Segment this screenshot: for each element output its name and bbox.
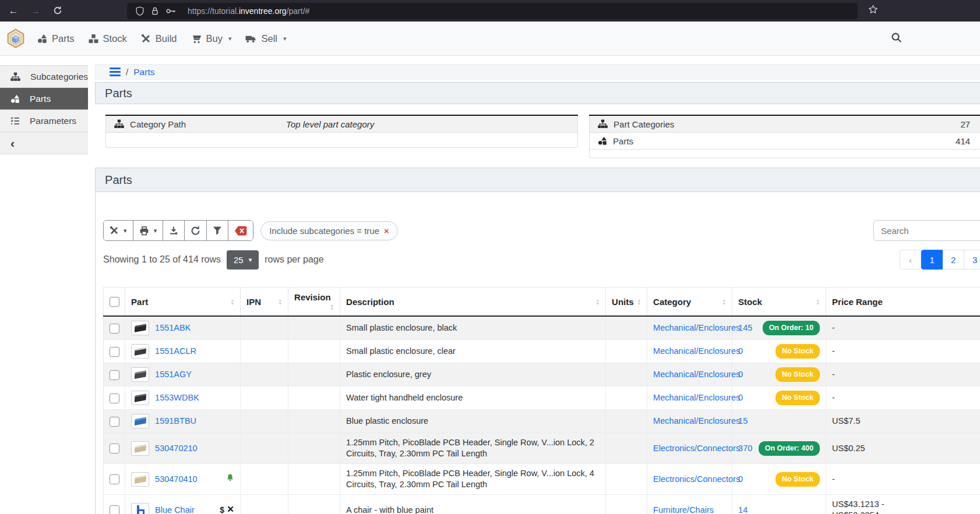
stock-link[interactable]: 370	[738, 443, 752, 454]
category-link[interactable]: Electronics/Connectors	[653, 474, 740, 484]
stock-link[interactable]: 0	[738, 474, 743, 485]
stock-link[interactable]: 15	[738, 416, 748, 427]
category-link[interactable]: Mechanical/Enclosures	[653, 416, 740, 426]
part-thumbnail-shape	[134, 394, 146, 402]
sidebar-item-label: Subcategories	[30, 72, 88, 82]
nav-item-buy[interactable]: Buy ▾	[191, 33, 232, 44]
column-header-price-range[interactable]: Price Range	[826, 288, 980, 317]
column-header-revision[interactable]: Revision	[288, 288, 340, 317]
clear-filters-button[interactable]	[228, 221, 253, 240]
units-cell	[606, 387, 647, 410]
row-checkbox[interactable]	[110, 444, 119, 453]
column-header-units[interactable]: Units	[606, 288, 647, 317]
filter-button[interactable]	[207, 221, 228, 240]
stock-link[interactable]: 145	[738, 322, 752, 334]
key-icon	[165, 6, 177, 16]
stock-link[interactable]: 0	[738, 346, 743, 357]
browser-toolbar: ← → https://tutorial.inventree.org/part/…	[0, 0, 980, 22]
row-checkbox[interactable]	[110, 474, 119, 484]
table-header-row: Part IPN Revision Description Units Cate…	[104, 288, 980, 317]
sidebar-item-label: Parts	[30, 94, 51, 104]
part-link[interactable]: 1551ACLR	[155, 346, 196, 357]
sidebar-item-subcategories[interactable]: Subcategories	[0, 66, 88, 88]
url-text: https://tutorial.inventree.org/part/#	[188, 6, 309, 16]
stock-link[interactable]: 14	[738, 505, 748, 514]
shopping-cart-icon	[191, 34, 202, 44]
column-header-category[interactable]: Category	[647, 288, 732, 317]
row-checkbox[interactable]	[110, 324, 119, 334]
stock-link[interactable]: 0	[738, 392, 743, 403]
column-header-part[interactable]: Part	[125, 288, 241, 317]
part-link[interactable]: 1591BTBU	[155, 416, 196, 427]
description-cell: Plastic enclosure, grey	[340, 363, 606, 387]
pagination-prev-button[interactable]: ‹	[900, 250, 921, 270]
row-checkbox[interactable]	[110, 370, 119, 380]
forward-icon[interactable]: →	[30, 6, 41, 16]
page-size-dropdown[interactable]: 25 ▾	[227, 250, 259, 270]
pagination-page-button[interactable]: 2	[943, 250, 964, 270]
part-link[interactable]: 1553WDBK	[155, 392, 199, 403]
stock-link[interactable]: 0	[738, 369, 743, 380]
filter-chip[interactable]: Include subcategories = true ×	[260, 221, 398, 240]
price-range-value: -	[832, 392, 835, 403]
part-link[interactable]: 530470410	[155, 474, 198, 485]
stock-badge: No Stock	[775, 344, 820, 359]
pagination-page-button[interactable]: 1	[921, 250, 943, 270]
part-thumbnail	[131, 391, 149, 405]
refresh-button[interactable]	[185, 221, 207, 240]
refresh-page-icon[interactable]	[52, 6, 63, 16]
column-header-description[interactable]: Description	[340, 288, 606, 317]
parts-table: Part IPN Revision Description Units Cate…	[103, 287, 980, 514]
row-checkbox[interactable]	[110, 505, 119, 514]
row-checkbox[interactable]	[110, 417, 119, 427]
download-button[interactable]	[163, 221, 185, 240]
search-input[interactable]	[873, 220, 980, 241]
part-link[interactable]: 530470210	[155, 443, 198, 454]
remove-chip-icon[interactable]: ×	[384, 226, 389, 236]
back-icon[interactable]: ←	[8, 6, 19, 16]
sidebar-item-parameters[interactable]: Parameters	[0, 110, 88, 132]
category-link[interactable]: Mechanical/Enclosures	[653, 393, 740, 402]
pagination: ‹ 123	[900, 250, 980, 270]
select-all-checkbox[interactable]	[110, 297, 119, 307]
breadcrumb-link-parts[interactable]: Parts	[133, 67, 154, 77]
price-range-value: US$43.1213 - US$52.8854	[832, 499, 907, 514]
column-header-stock[interactable]: Stock	[732, 288, 826, 317]
ipn-cell	[241, 464, 288, 495]
description-cell: A chair - with blue paint	[340, 495, 606, 514]
part-link[interactable]: 1551ABK	[155, 322, 191, 334]
part-link[interactable]: Blue Chair	[155, 505, 195, 514]
app-navbar: Parts Stock Build Buy ▾ Sell ▾	[0, 22, 980, 56]
row-checkbox[interactable]	[110, 394, 119, 403]
tools-icon	[141, 34, 151, 44]
part-link[interactable]: 1551AGY	[155, 369, 192, 380]
print-button[interactable]: ▾	[133, 221, 164, 240]
inventree-logo[interactable]	[6, 29, 26, 48]
funnel-icon	[213, 226, 222, 235]
row-checkbox[interactable]	[110, 347, 119, 357]
search-icon[interactable]	[891, 32, 902, 45]
sitemap-icon	[114, 119, 124, 129]
column-header-ipn[interactable]: IPN	[241, 288, 288, 317]
nav-item-sell[interactable]: Sell ▾	[245, 33, 286, 44]
table-actions-button[interactable]: ▾	[104, 221, 133, 240]
menu-icon[interactable]	[110, 68, 121, 76]
chevron-down-icon: ▾	[283, 35, 287, 42]
ipn-cell	[241, 316, 288, 340]
part-thumbnail	[131, 441, 149, 456]
checklist-icon	[10, 116, 20, 126]
nav-item-parts[interactable]: Parts	[37, 33, 75, 44]
nav-item-stock[interactable]: Stock	[89, 33, 127, 44]
pagination-page-button[interactable]: 3	[964, 250, 980, 270]
nav-item-build[interactable]: Build	[141, 33, 177, 44]
category-link[interactable]: Mechanical/Enclosures	[653, 370, 740, 379]
sidebar-collapse-button[interactable]: ‹	[0, 132, 88, 154]
sidebar-item-parts[interactable]: Parts	[0, 88, 88, 110]
url-bar[interactable]: https://tutorial.inventree.org/part/#	[127, 3, 858, 19]
category-link[interactable]: Mechanical/Enclosures	[653, 346, 740, 356]
category-link[interactable]: Electronics/Connectors	[653, 444, 740, 453]
category-link[interactable]: Mechanical/Enclosures	[653, 323, 740, 332]
category-link[interactable]: Furniture/Chairs	[653, 505, 714, 514]
description-cell: Small plastic enclosure, black	[340, 316, 606, 340]
bookmark-star-icon[interactable]	[868, 5, 878, 17]
